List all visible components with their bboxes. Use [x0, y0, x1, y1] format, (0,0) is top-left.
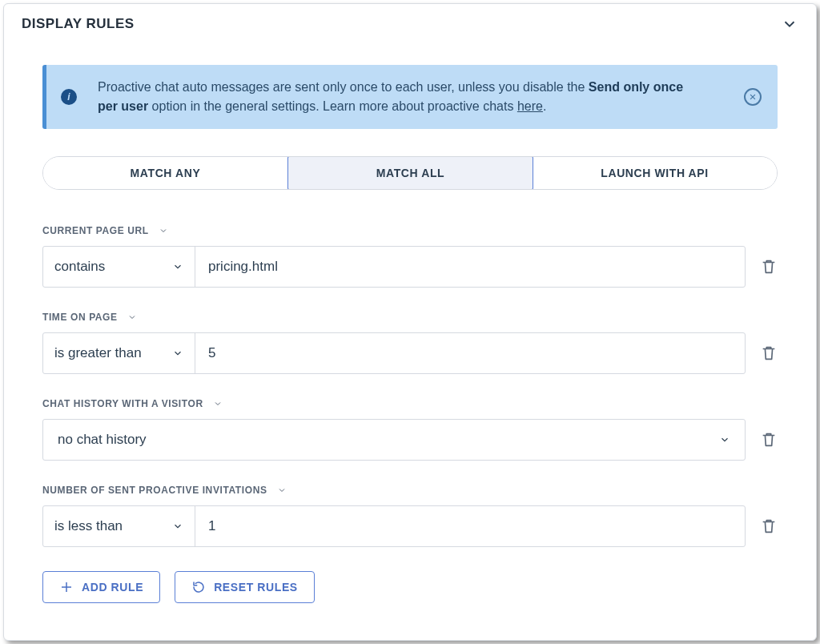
plus-icon: [59, 580, 74, 594]
chevron-down-icon: [172, 261, 183, 272]
tab-match-any[interactable]: MATCH ANY: [43, 157, 288, 189]
footer-buttons: ADD RULE RESET RULES: [42, 571, 778, 603]
condition-value: is less than: [54, 518, 123, 534]
rule-row: is greater than: [42, 332, 778, 374]
chevron-down-icon: [159, 226, 168, 235]
delete-rule-button[interactable]: [760, 258, 778, 276]
rule-label-row[interactable]: CHAT HISTORY WITH A VISITOR: [42, 398, 778, 409]
rule-value-input[interactable]: [195, 333, 745, 373]
chevron-down-icon: [127, 312, 137, 322]
chevron-down-icon: [719, 434, 730, 445]
rule-row: no chat history: [42, 419, 778, 461]
rule-label: CURRENT PAGE URL: [42, 225, 149, 236]
banner-learn-more-link[interactable]: here: [517, 99, 543, 113]
panel-header: DISPLAY RULES: [4, 4, 816, 41]
chevron-down-icon: [277, 485, 287, 495]
rule-value-input[interactable]: [195, 506, 745, 546]
rule-chat-history: CHAT HISTORY WITH A VISITOR no chat hist…: [42, 398, 778, 461]
chevron-down-icon: [172, 521, 183, 532]
close-icon: [749, 93, 757, 101]
banner-text-b: option in the general settings. Learn mo…: [148, 99, 517, 113]
condition-value: is greater than: [54, 345, 142, 361]
reset-icon: [191, 580, 206, 594]
rule-row: contains: [42, 246, 778, 288]
info-banner: i Proactive chat auto messages are sent …: [42, 65, 778, 129]
tab-launch-with-api[interactable]: LAUNCH WITH API: [533, 157, 777, 189]
banner-text-a: Proactive chat auto messages are sent on…: [98, 80, 589, 94]
info-banner-text: Proactive chat auto messages are sent on…: [98, 78, 706, 116]
rule-label: TIME ON PAGE: [42, 312, 118, 323]
collapse-panel-icon[interactable]: [781, 15, 798, 33]
reset-rules-button[interactable]: RESET RULES: [175, 571, 315, 603]
condition-select[interactable]: is greater than: [43, 333, 195, 373]
select-value: no chat history: [58, 432, 147, 448]
delete-rule-button[interactable]: [760, 431, 778, 449]
rule-field-group: contains: [42, 246, 746, 288]
delete-rule-button[interactable]: [760, 517, 778, 535]
panel-body: i Proactive chat auto messages are sent …: [4, 41, 816, 626]
condition-value: contains: [54, 259, 105, 275]
rule-value-input[interactable]: [195, 247, 745, 287]
chat-history-select[interactable]: no chat history: [42, 419, 746, 461]
rule-time-on-page: TIME ON PAGE is greater than: [42, 312, 778, 374]
rule-field-group: is less than: [42, 505, 746, 547]
rule-label: CHAT HISTORY WITH A VISITOR: [42, 398, 203, 409]
reset-rules-label: RESET RULES: [214, 581, 298, 594]
info-icon: i: [61, 89, 77, 105]
rule-proactive-invitations: NUMBER OF SENT PROACTIVE INVITATIONS is …: [42, 485, 778, 547]
chevron-down-icon: [172, 348, 183, 359]
rule-current-page-url: CURRENT PAGE URL contains: [42, 225, 778, 288]
condition-select[interactable]: contains: [43, 247, 195, 287]
delete-rule-button[interactable]: [760, 344, 778, 362]
close-banner-button[interactable]: [744, 88, 762, 106]
add-rule-label: ADD RULE: [82, 581, 143, 594]
add-rule-button[interactable]: ADD RULE: [42, 571, 160, 603]
rule-label-row[interactable]: NUMBER OF SENT PROACTIVE INVITATIONS: [42, 485, 778, 496]
condition-select[interactable]: is less than: [43, 506, 195, 546]
rule-field-group: is greater than: [42, 332, 746, 374]
rule-label: NUMBER OF SENT PROACTIVE INVITATIONS: [42, 485, 267, 496]
match-mode-tabs: MATCH ANY MATCH ALL LAUNCH WITH API: [42, 156, 778, 190]
banner-text-c: .: [543, 99, 546, 113]
tab-match-all[interactable]: MATCH ALL: [287, 156, 533, 190]
display-rules-panel: DISPLAY RULES i Proactive chat auto mess…: [3, 3, 817, 641]
rule-row: is less than: [42, 505, 778, 547]
panel-title: DISPLAY RULES: [22, 16, 135, 32]
rule-label-row[interactable]: CURRENT PAGE URL: [42, 225, 778, 236]
chevron-down-icon: [213, 399, 223, 409]
rule-label-row[interactable]: TIME ON PAGE: [42, 312, 778, 323]
